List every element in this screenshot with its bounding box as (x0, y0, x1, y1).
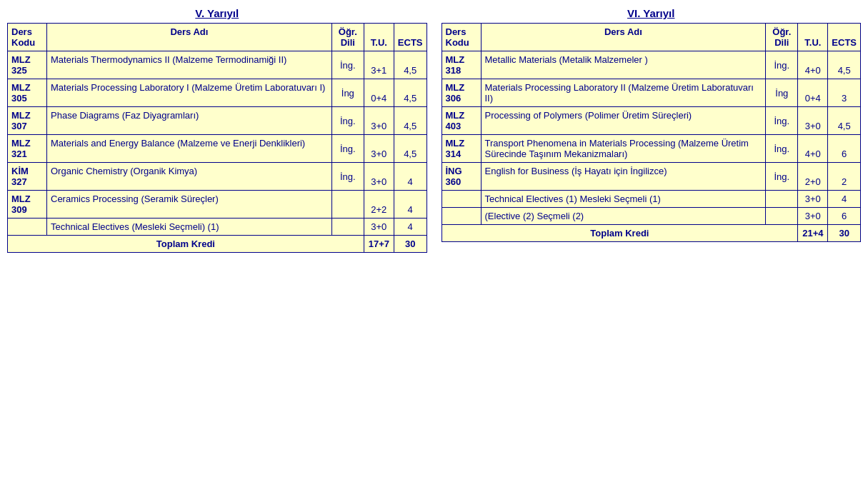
cell-code: MLZ 403 (442, 107, 481, 135)
table-row: Technical Electives (Mesleki Seçmeli) (1… (8, 219, 427, 236)
cell-code: MLZ 306 (442, 79, 481, 107)
cell-tu: 3+0 (798, 208, 828, 225)
total-row-5: Toplam Kredi 17+7 30 (8, 236, 427, 253)
header-lang-6: Öğr. Dili (766, 24, 798, 51)
cell-tu: 3+0 (798, 191, 828, 208)
cell-ects: 4,5 (394, 79, 426, 107)
cell-code: İNG 360 (442, 163, 481, 191)
total-label-5: Toplam Kredi (8, 236, 364, 253)
cell-lang (766, 191, 798, 208)
table-row: MLZ 321 Materials and Energy Balance (Ma… (8, 135, 427, 163)
header-tu-6: T.U. (798, 24, 828, 51)
table-row: İNG 360 English for Business (İş Hayatı … (442, 163, 861, 191)
cell-code (442, 191, 481, 208)
total-tu-5: 17+7 (364, 236, 394, 253)
cell-name: Metallic Materials (Metalik Malzemeler ) (481, 51, 766, 79)
cell-ects: 6 (828, 208, 861, 225)
cell-tu: 4+0 (798, 135, 828, 163)
cell-lang: İng (766, 79, 798, 107)
cell-name: Phase Diagrams (Faz Diyagramları) (47, 107, 332, 135)
cell-name: Technical Electives (1) Mesleki Seçmeli … (481, 191, 766, 208)
cell-name: Organic Chemistry (Organik Kimya) (47, 163, 332, 191)
table-row: MLZ 309 Ceramics Processing (Seramik Sür… (8, 191, 427, 219)
cell-ects: 6 (828, 135, 861, 163)
cell-lang: İng. (766, 51, 798, 79)
cell-tu: 2+2 (364, 191, 394, 219)
header-ects-6: ECTS (828, 24, 861, 51)
cell-code: MLZ 325 (8, 51, 47, 79)
table-row: MLZ 403 Processing of Polymers (Polimer … (442, 107, 861, 135)
semester-6-table: Ders Kodu Ders Adı Öğr. Dili T.U. ECTS (442, 23, 862, 242)
header-row-5: Ders Kodu Ders Adı Öğr. Dili T.U. ECTS (8, 24, 427, 51)
cell-code: MLZ 314 (442, 135, 481, 163)
cell-tu: 3+0 (798, 107, 828, 135)
header-code-5: Ders Kodu (8, 24, 47, 51)
cell-lang: İng. (331, 51, 364, 79)
table-row: MLZ 305 Materials Processing Laboratory … (8, 79, 427, 107)
cell-name: Materials Thermodynamics II (Malzeme Ter… (47, 51, 332, 79)
cell-ects: 4 (394, 219, 426, 236)
cell-name: Processing of Polymers (Polimer Üretim S… (481, 107, 766, 135)
cell-lang: İng. (766, 107, 798, 135)
table-row: MLZ 318 Metallic Materials (Metalik Malz… (442, 51, 861, 79)
cell-lang: İng. (331, 163, 364, 191)
cell-name: Materials and Energy Balance (Malzeme ve… (47, 135, 332, 163)
cell-ects: 2 (828, 163, 861, 191)
cell-name: Materials Processing Laboratory II (Malz… (481, 79, 766, 107)
cell-name: Ceramics Processing (Seramik Süreçler) (47, 191, 332, 219)
cell-code: KİM 327 (8, 163, 47, 191)
total-label-6: Toplam Kredi (442, 225, 798, 242)
cell-name: English for Business (İş Hayatı için İng… (481, 163, 766, 191)
page-wrapper: V. Yarıyıl Ders Kodu Ders Adı Öğr. Dili … (7, 7, 861, 253)
cell-tu: 3+0 (364, 219, 394, 236)
cell-ects: 4,5 (394, 51, 426, 79)
table-row: KİM 327 Organic Chemistry (Organik Kimya… (8, 163, 427, 191)
cell-code (8, 219, 47, 236)
cell-tu: 3+1 (364, 51, 394, 79)
table-row: MLZ 307 Phase Diagrams (Faz Diyagramları… (8, 107, 427, 135)
cell-lang (766, 208, 798, 225)
cell-tu: 3+0 (364, 135, 394, 163)
cell-lang (331, 219, 364, 236)
cell-code: MLZ 318 (442, 51, 481, 79)
header-tu-5: T.U. (364, 24, 394, 51)
cell-name: Technical Electives (Mesleki Seçmeli) (1… (47, 219, 332, 236)
cell-tu: 0+4 (798, 79, 828, 107)
semester-6-block: VI. Yarıyıl Ders Kodu Ders Adı Öğr. Dili… (442, 7, 862, 253)
table-row: MLZ 314 Transport Phenomena in Materials… (442, 135, 861, 163)
cell-name: Transport Phenomena in Materials Process… (481, 135, 766, 163)
cell-ects: 4 (828, 191, 861, 208)
table-row: Technical Electives (1) Mesleki Seçmeli … (442, 191, 861, 208)
semester-5-title: V. Yarıyıl (7, 7, 427, 19)
cell-tu: 0+4 (364, 79, 394, 107)
cell-code (442, 208, 481, 225)
cell-ects: 4,5 (828, 51, 861, 79)
semester-5-block: V. Yarıyıl Ders Kodu Ders Adı Öğr. Dili … (7, 7, 427, 253)
cell-name: Materials Processing Laboratory I (Malze… (47, 79, 332, 107)
cell-code: MLZ 321 (8, 135, 47, 163)
semester-6-title: VI. Yarıyıl (442, 7, 862, 19)
total-tu-6: 21+4 (798, 225, 828, 242)
total-ects-5: 30 (394, 236, 426, 253)
table-row: (Elective (2) Seçmeli (2) 3+0 6 (442, 208, 861, 225)
cell-ects: 4,5 (828, 107, 861, 135)
cell-lang: İng. (331, 135, 364, 163)
cell-code: MLZ 309 (8, 191, 47, 219)
cell-tu: 2+0 (798, 163, 828, 191)
semester-5-table: Ders Kodu Ders Adı Öğr. Dili T.U. ECTS (7, 23, 427, 253)
cell-ects: 4,5 (394, 107, 426, 135)
total-ects-6: 30 (828, 225, 861, 242)
cell-lang: İng. (766, 163, 798, 191)
table-row: MLZ 306 Materials Processing Laboratory … (442, 79, 861, 107)
header-ects-5: ECTS (394, 24, 426, 51)
cell-code: MLZ 307 (8, 107, 47, 135)
header-lang-5: Öğr. Dili (331, 24, 364, 51)
header-name-5: Ders Adı (47, 24, 332, 51)
cell-ects: 4,5 (394, 135, 426, 163)
cell-tu: 3+0 (364, 107, 394, 135)
tbody-6: MLZ 318 Metallic Materials (Metalik Malz… (442, 51, 861, 242)
cell-lang: İng. (331, 107, 364, 135)
header-name-6: Ders Adı (481, 24, 766, 51)
header-row-6: Ders Kodu Ders Adı Öğr. Dili T.U. ECTS (442, 24, 861, 51)
tbody-5: MLZ 325 Materials Thermodynamics II (Mal… (8, 51, 427, 253)
